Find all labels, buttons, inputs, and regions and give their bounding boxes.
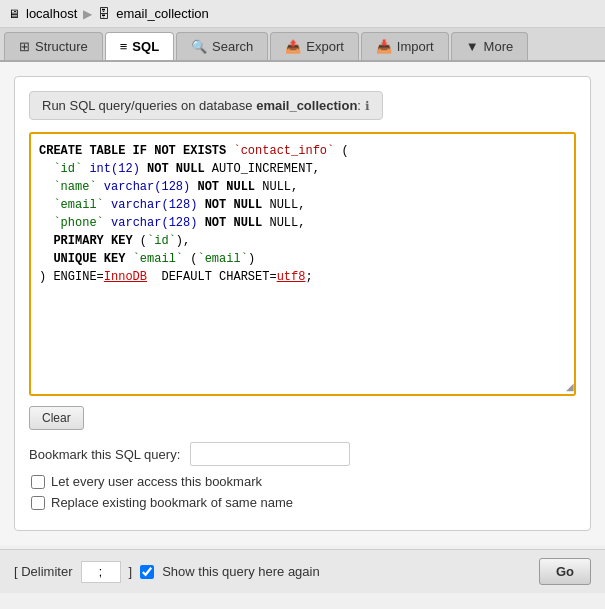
breadcrumb-separator: ▶: [83, 7, 92, 21]
show-query-checkbox[interactable]: [140, 565, 154, 579]
checkbox-row-1: Let every user access this bookmark: [31, 474, 576, 489]
clear-button[interactable]: Clear: [29, 406, 84, 430]
tab-export[interactable]: 📤 Export: [270, 32, 359, 60]
help-icon[interactable]: ℹ: [365, 99, 370, 113]
tab-more-label: More: [484, 39, 514, 54]
structure-icon: ⊞: [19, 39, 30, 54]
footer-bracket: ]: [129, 564, 133, 579]
sql-panel: Run SQL query/queries on database email_…: [14, 76, 591, 531]
checkbox-row-2: Replace existing bookmark of same name: [31, 495, 576, 510]
replace-bookmark-checkbox[interactable]: [31, 496, 45, 510]
go-button[interactable]: Go: [539, 558, 591, 585]
database-icon: 🗄: [98, 7, 110, 21]
tab-structure[interactable]: ⊞ Structure: [4, 32, 103, 60]
main-content: Run SQL query/queries on database email_…: [0, 62, 605, 545]
tab-sql[interactable]: ≡ SQL: [105, 32, 174, 60]
sql-editor[interactable]: CREATE TABLE IF NOT EXISTS `contact_info…: [31, 134, 574, 394]
tab-import[interactable]: 📥 Import: [361, 32, 449, 60]
tab-export-label: Export: [306, 39, 344, 54]
tab-search[interactable]: 🔍 Search: [176, 32, 268, 60]
export-icon: 📤: [285, 39, 301, 54]
nav-tabs: ⊞ Structure ≡ SQL 🔍 Search 📤 Export 📥 Im…: [0, 28, 605, 62]
resize-handle[interactable]: ◢: [560, 380, 574, 394]
database-label: email_collection: [116, 6, 209, 21]
more-chevron-icon: ▼: [466, 39, 479, 54]
sql-editor-wrapper: CREATE TABLE IF NOT EXISTS `contact_info…: [29, 132, 576, 396]
user-access-checkbox[interactable]: [31, 475, 45, 489]
tab-search-label: Search: [212, 39, 253, 54]
tab-import-label: Import: [397, 39, 434, 54]
server-icon: 🖥: [8, 7, 20, 21]
bookmark-label: Bookmark this SQL query:: [29, 447, 180, 462]
search-icon: 🔍: [191, 39, 207, 54]
delimiter-input[interactable]: [81, 561, 121, 583]
bookmark-row: Bookmark this SQL query:: [29, 442, 576, 466]
tab-more[interactable]: ▼ More: [451, 32, 529, 60]
sql-header-text: Run SQL query/queries on database email_…: [42, 98, 370, 113]
tab-sql-label: SQL: [132, 39, 159, 54]
tab-structure-label: Structure: [35, 39, 88, 54]
import-icon: 📥: [376, 39, 392, 54]
sql-icon: ≡: [120, 39, 128, 54]
footer-bar: [ Delimiter ] Show this query here again…: [0, 549, 605, 593]
sql-panel-header: Run SQL query/queries on database email_…: [29, 91, 383, 120]
user-access-label: Let every user access this bookmark: [51, 474, 262, 489]
replace-bookmark-label: Replace existing bookmark of same name: [51, 495, 293, 510]
bookmark-input[interactable]: [190, 442, 350, 466]
title-bar: 🖥 localhost ▶ 🗄 email_collection: [0, 0, 605, 28]
server-label: localhost: [26, 6, 77, 21]
show-query-label: Show this query here again: [162, 564, 320, 579]
delimiter-label: [ Delimiter: [14, 564, 73, 579]
